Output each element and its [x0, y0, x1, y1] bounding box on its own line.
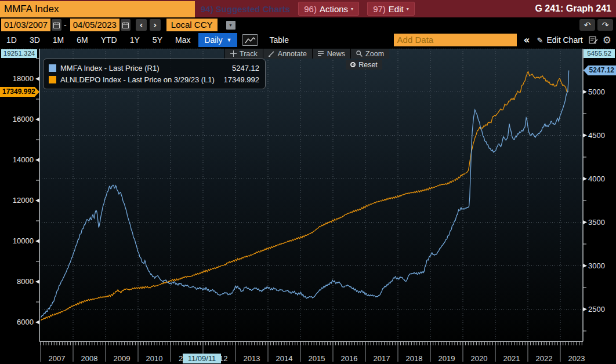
- edit-chart-label: Edit Chart: [547, 35, 583, 45]
- start-date-field[interactable]: 01/03/2007: [1, 19, 50, 31]
- title-bar: MMFA Index 94) Suggested Charts 96) Acti…: [0, 0, 616, 17]
- chevron-left-icon[interactable]: ‹: [136, 19, 147, 31]
- gear-icon[interactable]: ⚙: [603, 34, 611, 46]
- reset-label: Reset: [358, 61, 378, 69]
- bloomberg-terminal-window: 19251.324 5455.52 17349.992 5247.12 1800…: [0, 0, 616, 364]
- right-axis-tick-label: 4500: [588, 131, 615, 140]
- year-label: 2019: [434, 354, 459, 363]
- chart-overlays: 19251.324 5455.52 17349.992 5247.12 1800…: [0, 0, 616, 364]
- year-label: 2018: [401, 354, 427, 363]
- left-axis-tick-label: 14000: [1, 155, 34, 165]
- chart-legend: MMFA Index - Last Price (R1) 5247.12 ALN…: [43, 59, 266, 89]
- calendar-icon[interactable]: [121, 19, 131, 31]
- year-label: 2020: [466, 354, 492, 363]
- right-axis-tick-label: 5000: [588, 88, 615, 97]
- left-axis-tick-label: 6000: [1, 318, 34, 327]
- actions-number: 96): [304, 4, 317, 14]
- line-chart-icon[interactable]: [242, 34, 258, 46]
- news-label: News: [327, 50, 345, 58]
- reset-button[interactable]: Reset: [346, 60, 382, 70]
- news-button[interactable]: News: [312, 49, 350, 59]
- left-axis-last-price-badge: 17349.992: [0, 87, 39, 97]
- left-axis-tick-label: 16000: [1, 115, 34, 124]
- calendar-icon[interactable]: [52, 19, 61, 31]
- right-axis-tick-label: 3500: [588, 218, 615, 227]
- year-label: 2016: [336, 354, 362, 363]
- left-axis-tick-label: 10000: [1, 236, 34, 246]
- range-tab-1y[interactable]: 1Y: [124, 33, 146, 47]
- left-axis-max-label: 19251.324: [1, 49, 37, 58]
- year-label: 2017: [369, 354, 394, 363]
- legend-item-alnldepo[interactable]: ALNLDEPO Index - Last Price on 3/29/23 (…: [49, 74, 259, 85]
- chart-tools-toolbar: Track Annotate News: [224, 49, 389, 59]
- chevron-down-icon: ▾: [407, 6, 409, 12]
- zoom-button[interactable]: Zoom: [350, 49, 389, 59]
- year-label: 2015: [304, 354, 329, 363]
- range-tab-5y[interactable]: 5Y: [146, 33, 169, 47]
- end-date-field[interactable]: 04/05/2023: [70, 19, 119, 31]
- suggested-charts-menu[interactable]: 94) Suggested Charts: [201, 4, 290, 14]
- actions-label: Actions: [320, 4, 348, 14]
- range-tab-ytd[interactable]: YTD: [95, 33, 124, 47]
- left-axis-tick-label: 8000: [1, 277, 34, 286]
- date-range-bar: 01/03/2007 - 04/05/2023 ‹ › Local CCY ▾ …: [0, 17, 616, 32]
- table-button[interactable]: Table: [261, 33, 296, 47]
- edit-label: Edit: [389, 4, 404, 14]
- track-button[interactable]: Track: [224, 49, 263, 59]
- right-axis-tick-label: 2500: [588, 305, 615, 314]
- left-axis-tick-label: 12000: [1, 196, 34, 205]
- right-axis-tick-label: 4000: [588, 174, 615, 184]
- reset-icon: [350, 62, 356, 67]
- date-separator: -: [64, 20, 67, 30]
- redo-button[interactable]: ↷: [597, 19, 613, 31]
- right-axis-last-price-badge: 5247.12: [584, 65, 616, 75]
- year-label: 2009: [109, 354, 135, 363]
- sheet-edit-icon[interactable]: [589, 36, 598, 44]
- legend-value: 17349.992: [224, 75, 259, 84]
- page-title: G 241: Graph 241: [535, 3, 611, 14]
- security-title-field[interactable]: MMFA Index: [0, 1, 195, 17]
- currency-dropdown-caret[interactable]: ▾: [226, 21, 235, 30]
- chevron-down-icon: ▼: [227, 37, 232, 43]
- collapse-icon[interactable]: «: [524, 34, 530, 46]
- range-tab-1m[interactable]: 1M: [46, 33, 70, 47]
- year-label: 2022: [531, 354, 557, 363]
- annotate-label: Annotate: [278, 50, 307, 58]
- year-label: 2014: [271, 354, 297, 363]
- x-axis-date-highlight: 11/09/11: [183, 354, 221, 363]
- right-axis-max-label: 5455.52: [584, 49, 615, 58]
- zoom-icon: [356, 50, 363, 57]
- mmfa-color-swatch: [49, 64, 56, 72]
- chevron-right-icon[interactable]: ›: [150, 19, 161, 31]
- add-data-input[interactable]: Add Data: [394, 34, 517, 46]
- range-tab-3d[interactable]: 3D: [23, 33, 46, 47]
- zoom-label: Zoom: [365, 50, 384, 58]
- legend-item-mmfa[interactable]: MMFA Index - Last Price (R1) 5247.12: [49, 62, 259, 74]
- currency-field[interactable]: Local CCY: [166, 19, 218, 31]
- undo-button[interactable]: ↶: [579, 19, 595, 31]
- track-label: Track: [240, 50, 258, 58]
- alnldepo-color-swatch: [49, 76, 56, 83]
- year-label: 2021: [499, 354, 524, 363]
- chevron-down-icon: ▾: [351, 6, 353, 12]
- range-tab-group: 1D3D1M6MYTD1Y5YMax: [0, 33, 197, 47]
- edit-chart-button[interactable]: ✎ Edit Chart: [537, 35, 583, 45]
- pencil-icon: ✎: [537, 36, 543, 45]
- left-axis-tick-label: 18000: [1, 74, 34, 83]
- year-label: 2010: [142, 354, 167, 363]
- year-label: 2013: [239, 354, 264, 363]
- edit-menu-button[interactable]: 97) Edit ▾: [367, 2, 415, 16]
- actions-menu-button[interactable]: 96) Actions ▾: [298, 2, 359, 16]
- frequency-dropdown[interactable]: Daily ▼: [198, 33, 237, 47]
- annotate-button[interactable]: Annotate: [263, 49, 312, 59]
- news-icon: [318, 50, 324, 57]
- range-tab-1d[interactable]: 1D: [0, 33, 23, 47]
- year-label: 2008: [77, 354, 102, 363]
- range-tab-max[interactable]: Max: [169, 33, 197, 47]
- range-tab-6m[interactable]: 6M: [70, 33, 94, 47]
- legend-label: MMFA Index - Last Price (R1): [60, 64, 232, 72]
- legend-label: ALNLDEPO Index - Last Price on 3/29/23 (…: [60, 75, 224, 84]
- track-icon: [230, 50, 237, 57]
- year-label: 2023: [564, 354, 589, 363]
- edit-number: 97): [373, 4, 386, 14]
